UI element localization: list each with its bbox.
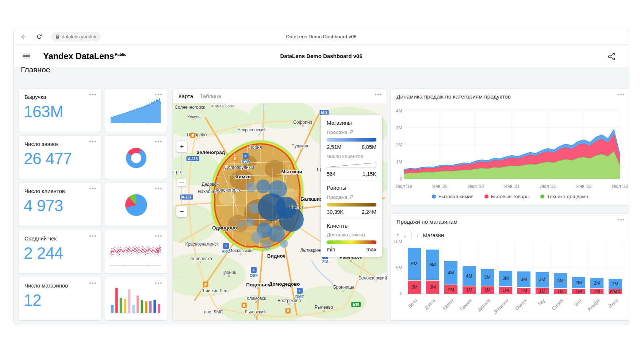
menu-hamburger-icon[interactable] xyxy=(23,54,30,59)
store-name-label: Каппа xyxy=(441,298,455,311)
map-label: Химки xyxy=(235,174,251,180)
legend-item[interactable]: Бытовая химия xyxy=(432,194,474,199)
browser-tab-title: DataLens Demo Dashboard v06 xyxy=(14,34,629,39)
divider xyxy=(411,231,412,239)
legend-max-value: 8,85M xyxy=(362,144,376,150)
share-button[interactable] xyxy=(607,53,616,62)
minichart-card-clients-pie xyxy=(105,183,167,226)
y-tick-label: 2M xyxy=(391,142,402,147)
bar-value-label: 6M xyxy=(408,261,421,266)
card-menu-button[interactable] xyxy=(155,188,162,189)
map-label: пос. ЛМС xyxy=(204,309,223,315)
legend-gradient-sales xyxy=(327,138,376,142)
y-tick-label: 3M xyxy=(391,125,402,130)
store-name-label: Омега xyxy=(514,298,528,311)
legend-min-value: min xyxy=(327,247,335,252)
chart-title: Динамика продаж по категориям продуктов xyxy=(396,93,511,100)
legend-metric-label: Число клиентов xyxy=(327,154,376,159)
card-menu-button[interactable] xyxy=(375,94,382,95)
map-label: Долгопрудный xyxy=(225,165,254,170)
map-card: Карта Таблица xyxy=(173,89,387,320)
map-label: Нахабино xyxy=(198,189,218,194)
map-label: Одинцово xyxy=(212,225,237,231)
tab-map[interactable]: Карта xyxy=(179,93,193,99)
map-viewport[interactable]: Солнечногорскотдыха ГоркиРединоПоваровоЗ… xyxy=(173,103,387,320)
browser-window: datalens.yandex DataLens Demo Dashboard … xyxy=(14,29,629,325)
kpi-value: 12 xyxy=(24,291,41,309)
tab-table[interactable]: Таблица xyxy=(200,93,221,99)
store-name-label: Тау xyxy=(537,298,546,307)
map-label: Подольск xyxy=(246,282,270,288)
kpi-label: Число заявок xyxy=(24,141,58,147)
dynamics-plot-area xyxy=(404,108,620,181)
logo-text: Yandex DataLens xyxy=(43,51,114,61)
map-label: Реутов xyxy=(290,205,304,210)
map-label: Редино xyxy=(187,114,200,119)
map-label: Домодедово xyxy=(269,281,300,287)
sort-field-label[interactable]: Магазин xyxy=(423,232,444,238)
legend-item[interactable]: Техника для дома xyxy=(540,194,588,199)
fuel-station-icon: ₽ xyxy=(242,303,247,308)
address-bar[interactable]: datalens.yandex xyxy=(51,32,101,41)
bar-value-label: 1M xyxy=(534,289,550,294)
card-menu-button[interactable] xyxy=(618,94,624,95)
bar-value-label: 3M xyxy=(425,285,440,290)
card-menu-button[interactable] xyxy=(155,141,162,142)
stores-plot-area: 6M3M6M3M4M2M4M1M3M1M3M1M3M1M3M1M3M1M2M1M… xyxy=(405,242,624,294)
store-name-label: Бета xyxy=(407,298,418,309)
store-name-label: Альфа xyxy=(586,298,601,312)
map-label: отдыха Горки xyxy=(211,103,235,108)
x-tick-label: Июл '21 xyxy=(540,184,556,189)
legend-metric-label: Доставка (точка) xyxy=(327,232,376,238)
map-label: VKO xyxy=(222,249,230,254)
map-card-tabs: Карта Таблица xyxy=(173,89,387,103)
card-menu-button[interactable] xyxy=(89,282,96,284)
card-menu-button[interactable] xyxy=(155,94,162,95)
kpi-label: Выручка xyxy=(24,94,46,100)
stores-count-bar-chart xyxy=(105,277,167,320)
card-menu-button[interactable] xyxy=(89,188,96,189)
browser-toolbar: datalens.yandex DataLens Demo Dashboard … xyxy=(14,29,629,45)
map-label: Рылеево xyxy=(315,305,333,310)
legend-max-value: 2,24M xyxy=(362,209,376,215)
legend-section-title: Магазины xyxy=(327,120,376,126)
app-logo[interactable]: Yandex DataLensPublic xyxy=(43,51,126,61)
map-label: Софрино xyxy=(293,120,312,125)
legend-min-value: 564 xyxy=(327,171,336,177)
card-menu-button[interactable] xyxy=(155,235,162,237)
back-button[interactable] xyxy=(19,33,27,41)
sort-ascending-button[interactable]: ↑ xyxy=(396,232,399,238)
card-menu-button[interactable] xyxy=(89,141,96,142)
x-tick-label: Июл '19 xyxy=(395,184,412,189)
kpi-label: Число магазинов xyxy=(24,282,68,289)
kpi-label: Число клиентов xyxy=(24,188,65,194)
back-arrow-icon xyxy=(20,34,26,40)
avg-check-line-chart xyxy=(105,230,167,273)
sort-descending-button[interactable]: ↓ xyxy=(404,232,407,238)
card-menu-button[interactable] xyxy=(618,219,624,220)
sort-controls: ↑ ↓ / Магазин xyxy=(396,231,444,239)
minichart-card-stores-bars xyxy=(105,277,167,320)
y-tick-label: 0 xyxy=(391,177,402,182)
card-menu-button[interactable] xyxy=(89,235,96,237)
bar-value-label: 3M xyxy=(517,277,530,282)
map-zoom-out-button[interactable]: − xyxy=(176,206,187,217)
map-zoom-handle[interactable] xyxy=(177,179,187,186)
section-title: Главное xyxy=(21,65,50,74)
card-menu-button[interactable] xyxy=(155,282,162,284)
x-tick-label: Июл '20 xyxy=(468,184,484,189)
map-label: Львовский xyxy=(245,309,266,315)
kpi-card-orders: Число заявок 26 477 xyxy=(19,136,101,179)
map-zoom-in-button[interactable]: + xyxy=(176,141,187,152)
card-menu-button[interactable] xyxy=(89,94,96,95)
kpi-card-stores-count: Число магазинов 12 xyxy=(19,277,101,320)
bar-value-label: 2M xyxy=(443,287,459,292)
url-text: datalens.yandex xyxy=(62,34,96,39)
store-name-label: Гамма xyxy=(459,298,473,312)
legend-item[interactable]: Бытовые товары xyxy=(484,194,530,199)
kpi-label: Средний чек xyxy=(24,235,57,242)
legend-size-triangle xyxy=(327,162,376,168)
lock-icon xyxy=(55,34,60,39)
map-label: Бронницы xyxy=(333,285,354,290)
reload-button[interactable] xyxy=(35,33,43,41)
